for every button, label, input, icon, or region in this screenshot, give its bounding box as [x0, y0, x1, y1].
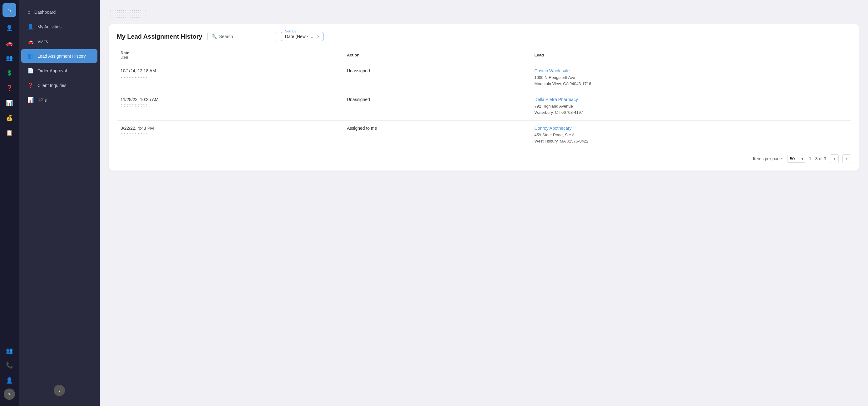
order-approval-icon: 📄	[28, 68, 34, 74]
client-inquiries-icon: ❓	[28, 82, 34, 88]
dotted-header-decoration	[109, 9, 147, 18]
table-cell-lead-3: Conroy Apothecary 459 State Road, Ste A …	[531, 121, 851, 149]
lead-addr-2: 792 Highland Avenue Waterbury, CT 06708-…	[534, 103, 847, 115]
lead-assignment-nav-icon[interactable]: 👥	[2, 51, 16, 65]
col-lead: Lead	[531, 47, 851, 63]
pagination-row: Items per page: 50 25 100 1 - 3 of 3 ‹ ›	[117, 149, 851, 163]
sidebar-item-client-inquiries[interactable]: ❓ Client Inquiries	[21, 78, 97, 92]
visits-nav-icon[interactable]: 🚗	[2, 36, 16, 50]
table-cell-date-2: 11/28/23, 10:25 AM	[117, 92, 343, 121]
users-nav-icon[interactable]: 👤	[2, 374, 16, 387]
main-content: My Lead Assignment History 🔍 Sort By Dat…	[100, 0, 868, 406]
lead-assignment-table: Date User Action Lead 10/1/24, 12:18 AM	[117, 47, 851, 149]
finance-nav-icon[interactable]: 💰	[2, 111, 16, 125]
sort-by-label: Sort By	[284, 29, 298, 33]
collapse-sidebar-button[interactable]: ‹	[54, 385, 65, 396]
sidebar-label-visits: Visits	[37, 39, 48, 44]
sidebar-item-dashboard[interactable]: ⌂ Dashboard	[21, 6, 97, 19]
lead-addr-3: 459 State Road, Ste A West Tisbury, MA 0…	[534, 132, 847, 144]
reports-nav-icon[interactable]: 📋	[2, 126, 16, 140]
table-cell-lead-1: Costco Wholesale 1000 N Rengstorff Ave M…	[531, 63, 851, 92]
sidebar-label-lead-assignment: Lead Assignment History	[37, 54, 86, 59]
sidebar-label-order-approval: Order Approval	[37, 68, 67, 73]
col-date: Date User	[117, 47, 343, 63]
sidebar-item-visits[interactable]: 🚗 Visits	[21, 35, 97, 48]
calls-nav-icon[interactable]: 📞	[2, 359, 16, 372]
order-approval-nav-icon[interactable]: 💲	[2, 66, 16, 80]
sidebar-label-client-inquiries: Client Inquiries	[37, 83, 66, 88]
table-cell-date-3: 8/22/22, 4:43 PM	[117, 121, 343, 149]
sort-by-control[interactable]: Sort By Date (New - ... ×	[281, 32, 323, 41]
visits-icon: 🚗	[28, 38, 34, 44]
page-title: My Lead Assignment History	[117, 33, 202, 40]
sort-by-value: Date (New - ...	[285, 34, 313, 39]
lead-name-link-3[interactable]: Conroy Apothecary	[534, 126, 847, 131]
table-cell-action-3: Assigned to me	[343, 121, 531, 149]
icon-sidebar: ⌂ 👤 🚗 👥 💲 ❓ 📊 💰 📋 👥 📞 👤 >	[0, 0, 19, 406]
page-info: 1 - 3 of 3	[809, 156, 826, 161]
lead-name-link-1[interactable]: Costco Wholesale	[534, 68, 847, 73]
kpis-nav-icon[interactable]: 📊	[2, 96, 16, 110]
items-per-page-label: Items per page:	[753, 156, 783, 161]
kpis-icon: 📊	[28, 97, 34, 103]
col-action: Action	[343, 47, 531, 63]
sidebar-item-lead-assignment[interactable]: 👥 Lead Assignment History	[21, 49, 97, 63]
search-box[interactable]: 🔍	[207, 32, 276, 41]
items-per-page-wrapper[interactable]: 50 25 100	[787, 155, 805, 163]
table-row: 8/22/22, 4:43 PM Assigned to me Conroy A…	[117, 121, 851, 149]
lead-addr-1: 1000 N Rengstorff Ave Mountain View, CA …	[534, 74, 847, 87]
table-row: 11/28/23, 10:25 AM Unassigned Della Piet…	[117, 92, 851, 121]
team-nav-icon[interactable]: 👥	[2, 344, 16, 358]
sidebar-item-kpis[interactable]: 📊 KPIs	[21, 93, 97, 107]
sort-clear-button[interactable]: ×	[317, 34, 319, 39]
client-inquiries-nav-icon[interactable]: ❓	[2, 81, 16, 95]
next-page-button[interactable]: ›	[842, 155, 851, 163]
lead-name-link-2[interactable]: Della Pietra Pharmacy	[534, 97, 847, 102]
search-icon: 🔍	[211, 34, 217, 39]
date-dotted-3	[121, 133, 149, 136]
sidebar-label-dashboard: Dashboard	[34, 10, 56, 15]
date-dotted-1	[121, 75, 149, 78]
date-value-1: 10/1/24, 12:18 AM	[121, 68, 339, 73]
sidebar-label-kpis: KPIs	[37, 98, 47, 103]
card-header: My Lead Assignment History 🔍 Sort By Dat…	[117, 32, 851, 41]
expand-sidebar-button[interactable]: >	[4, 388, 15, 400]
activities-nav-icon[interactable]: 👤	[2, 21, 16, 35]
home-icon-button[interactable]: ⌂	[2, 3, 16, 17]
search-input[interactable]	[219, 34, 272, 39]
dashboard-icon: ⌂	[28, 9, 31, 15]
sidebar-item-order-approval[interactable]: 📄 Order Approval	[21, 64, 97, 77]
sidebar-label-activities: My Activities	[37, 24, 62, 29]
table-row: 10/1/24, 12:18 AM Unassigned Costco Whol…	[117, 63, 851, 92]
table-cell-date-1: 10/1/24, 12:18 AM	[117, 63, 343, 92]
items-per-page-select[interactable]: 50 25 100	[787, 155, 805, 163]
table-cell-lead-2: Della Pietra Pharmacy 792 Highland Avenu…	[531, 92, 851, 121]
main-sidebar: ⌂ Dashboard 👤 My Activities 🚗 Visits 👥 L…	[19, 0, 100, 406]
date-value-2: 11/28/23, 10:25 AM	[121, 97, 339, 102]
lead-assignment-card: My Lead Assignment History 🔍 Sort By Dat…	[109, 24, 859, 171]
date-value-3: 8/22/22, 4:43 PM	[121, 126, 339, 131]
table-cell-action-1: Unassigned	[343, 63, 531, 92]
lead-assignment-icon: 👥	[28, 53, 34, 59]
date-dotted-2	[121, 104, 149, 107]
activities-icon: 👤	[28, 24, 34, 30]
table-cell-action-2: Unassigned	[343, 92, 531, 121]
sidebar-item-activities[interactable]: 👤 My Activities	[21, 20, 97, 33]
table-header-row: Date User Action Lead	[117, 47, 851, 63]
prev-page-button[interactable]: ‹	[830, 155, 839, 163]
